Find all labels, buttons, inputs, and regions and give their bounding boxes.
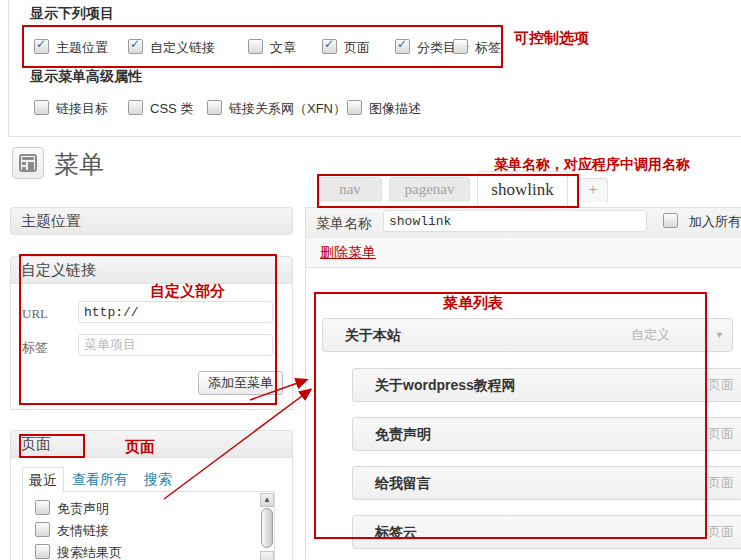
page-title: 菜单 <box>54 148 104 181</box>
add-top-pages-checkbox[interactable]: ✓ <box>663 213 678 228</box>
custom-links-panel-header[interactable]: 自定义链接 <box>10 256 293 284</box>
menu-tab-showlink[interactable]: showlink <box>477 171 568 208</box>
screen-option-1-label: 自定义链接 <box>150 40 215 55</box>
menu-tab-label: showlink <box>491 180 553 199</box>
annotation-pages: 页面 <box>125 438 155 457</box>
menu-item-bar[interactable]: 标签云页面 <box>352 515 741 549</box>
menu-item-bar[interactable]: 关于wordpress教程网页面 <box>352 368 741 402</box>
menu-item-type-label: 页面 <box>708 467 734 499</box>
screen-option-3: ✓页面 <box>322 39 370 57</box>
screen-option-5: ✓标签 <box>453 39 501 57</box>
menu-item-title: 标签云 <box>375 516 417 548</box>
tab-pages-recent[interactable]: 最近 <box>22 467 64 492</box>
screen-option-2: ✓文章 <box>248 39 296 57</box>
menu-tab-label: nav <box>339 181 361 197</box>
link-label-label: 标签 <box>22 339 48 357</box>
delete-menu-link[interactable]: 删除菜单 <box>320 244 376 262</box>
menu-item-bar[interactable]: 免责声明页面 <box>352 417 741 451</box>
menu-name-label: 菜单名称 <box>316 215 372 233</box>
scrollbar-up-button[interactable]: ▲ <box>260 493 274 507</box>
page-list-item-2-checkbox[interactable]: ✓ <box>35 544 50 559</box>
menu-tab-label: pagenav <box>405 181 455 197</box>
screen-option-3-checkbox[interactable]: ✓ <box>322 39 337 54</box>
screen-option-1-checkbox[interactable]: ✓ <box>128 39 143 54</box>
link-label-input[interactable] <box>78 334 273 356</box>
page-list-item-0-label: 免责声明 <box>57 501 109 516</box>
page-list-item-0: ✓免责声明 <box>35 500 109 518</box>
add-top-pages-label: 加入所有顶 <box>689 214 741 229</box>
menu-item-bar[interactable]: 给我留言页面 <box>352 466 741 500</box>
tab-pages-search[interactable]: 搜索 <box>144 471 172 489</box>
advanced-option-0-label: 链接目标 <box>56 101 108 116</box>
menu-item-type-label: 页面 <box>708 418 734 450</box>
tab-pages-view-all[interactable]: 查看所有 <box>72 471 128 489</box>
screen-option-1: ✓自定义链接 <box>128 39 215 57</box>
advanced-option-1-label: CSS 类 <box>150 101 193 116</box>
menu-tab-add[interactable]: + <box>578 178 608 202</box>
advanced-option-0: ✓链接目标 <box>34 100 108 118</box>
advanced-option-3: ✓图像描述 <box>347 100 421 118</box>
tab-pages-recent-label: 最近 <box>29 472 57 488</box>
menu-item-dropdown-toggle[interactable]: ▼ <box>706 319 732 351</box>
url-input[interactable] <box>78 301 273 323</box>
menu-item-type-label: 自定义 <box>631 319 670 351</box>
menu-item-type-label: 页面 <box>708 516 734 548</box>
menu-item-type-label: 页面 <box>708 369 734 401</box>
annotation-controllable: 可控制选项 <box>514 29 589 48</box>
scrollbar-thumb[interactable] <box>261 508 273 548</box>
menu-name-input[interactable] <box>383 210 647 232</box>
url-label: URL <box>22 306 48 322</box>
advanced-option-2-checkbox[interactable]: ✓ <box>207 100 222 115</box>
page-list-item-0-checkbox[interactable]: ✓ <box>35 500 50 515</box>
menu-item-title: 关于本站 <box>345 319 401 351</box>
add-top-pages-option: ✓ 加入所有顶 <box>663 213 741 231</box>
add-to-menu-button[interactable]: 添加至菜单 <box>198 371 283 395</box>
screen-option-4-checkbox[interactable]: ✓ <box>395 39 410 54</box>
menu-tab-pagenav[interactable]: pagenav <box>389 177 470 202</box>
pages-panel-title: 页面 <box>21 435 51 452</box>
page-list-item-1-checkbox[interactable]: ✓ <box>35 522 50 537</box>
annotation-custom-section: 自定义部分 <box>150 282 225 301</box>
advanced-option-3-label: 图像描述 <box>369 101 421 116</box>
screen-option-0-checkbox[interactable]: ✓ <box>34 39 49 54</box>
menu-item-title: 免责声明 <box>375 418 431 450</box>
screen-option-0: ✓主题位置 <box>34 39 108 57</box>
scrollbar-down-button[interactable] <box>260 551 274 560</box>
check-icon: ✓ <box>130 38 140 51</box>
screen-option-2-checkbox[interactable]: ✓ <box>248 39 263 54</box>
theme-locations-title: 主题位置 <box>21 212 81 229</box>
page-list-item-2-label: 搜索结果页 <box>57 545 122 560</box>
advanced-option-1-checkbox[interactable]: ✓ <box>128 100 143 115</box>
custom-links-title: 自定义链接 <box>21 261 96 278</box>
menu-item-bar[interactable]: 关于本站自定义▼ <box>322 318 733 352</box>
menu-item-title: 关于wordpress教程网 <box>375 369 516 401</box>
check-icon: ✓ <box>397 38 407 51</box>
page-list-item-2: ✓搜索结果页 <box>35 544 122 560</box>
screen-option-5-label: 标签 <box>475 40 501 55</box>
annotation-menu-name: 菜单名称，对应程序中调用名称 <box>494 156 690 174</box>
annotation-menu-list: 菜单列表 <box>443 294 503 313</box>
screen-option-5-checkbox[interactable]: ✓ <box>453 39 468 54</box>
menu-tab-nav[interactable]: nav <box>318 177 382 202</box>
page-list-item-1-label: 友情链接 <box>57 523 109 538</box>
menu-item-title: 给我留言 <box>375 467 431 499</box>
theme-locations-panel[interactable]: 主题位置 <box>10 207 293 235</box>
advanced-option-2: ✓链接关系网（XFN） <box>207 100 346 118</box>
show-items-heading: 显示下列项目 <box>30 5 114 23</box>
page-list-item-1: ✓友情链接 <box>35 522 109 540</box>
advanced-option-0-checkbox[interactable]: ✓ <box>34 100 49 115</box>
advanced-props-heading: 显示菜单高级属性 <box>30 68 142 86</box>
screen-option-2-label: 文章 <box>270 40 296 55</box>
check-icon: ✓ <box>324 38 334 51</box>
advanced-option-3-checkbox[interactable]: ✓ <box>347 100 362 115</box>
advanced-option-1: ✓CSS 类 <box>128 100 193 118</box>
screen-option-0-label: 主题位置 <box>56 40 108 55</box>
advanced-option-2-label: 链接关系网（XFN） <box>229 101 346 116</box>
pages-checklist: ✓免责声明✓友情链接✓搜索结果页 <box>22 491 275 560</box>
menu-tab-label: + <box>588 181 597 198</box>
check-icon: ✓ <box>36 38 46 51</box>
screen-option-3-label: 页面 <box>344 40 370 55</box>
nav-menus-screen: { "accent":{"red":"#c40000","link_blue":… <box>0 0 741 560</box>
menus-screen-icon <box>12 147 44 179</box>
